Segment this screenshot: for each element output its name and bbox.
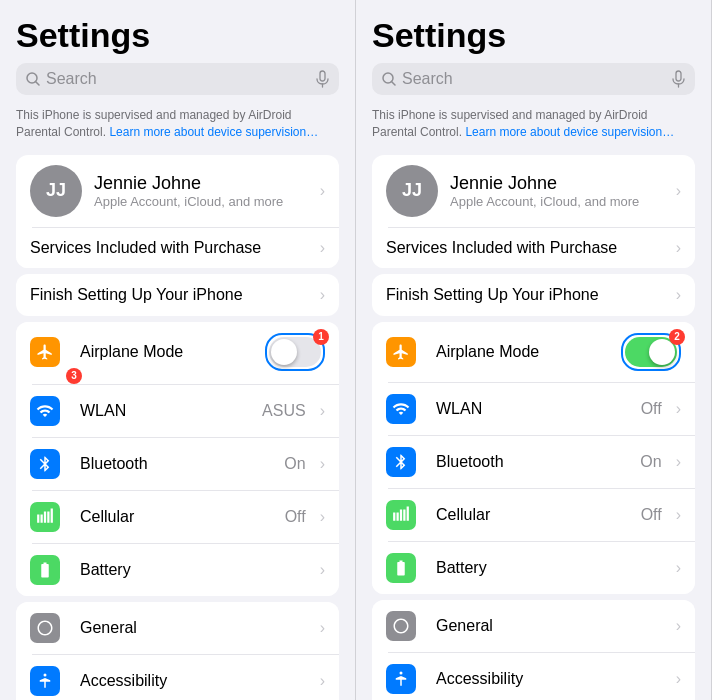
- left-general-label: General: [80, 619, 310, 637]
- right-profile-card: JJ Jennie Johne Apple Account, iCloud, a…: [372, 155, 695, 268]
- right-wlan-value: Off: [641, 400, 662, 418]
- right-services-label: Services Included with Purchase: [386, 239, 666, 257]
- left-bluetooth-chevron: ›: [320, 455, 325, 473]
- right-cellular-label: Cellular: [436, 506, 631, 524]
- right-general-chevron: ›: [676, 617, 681, 635]
- left-cellular-icon: [30, 502, 60, 532]
- right-general-list: General › Accessibility › Control Center…: [372, 600, 695, 700]
- left-wlan-label: WLAN: [80, 402, 252, 420]
- left-cellular-row[interactable]: Cellular Off ›: [16, 491, 339, 543]
- left-battery-chevron: ›: [320, 561, 325, 579]
- left-wlan-chevron: ›: [320, 402, 325, 420]
- left-supervision: This iPhone is supervised and managed by…: [0, 103, 355, 149]
- right-finish-card: Finish Setting Up Your iPhone ›: [372, 274, 695, 316]
- left-cellular-label: Cellular: [80, 508, 275, 526]
- right-airplane-row[interactable]: Airplane Mode 2: [372, 322, 695, 382]
- right-accessibility-chevron: ›: [676, 670, 681, 688]
- right-cellular-icon: [386, 500, 416, 530]
- right-profile-sub: Apple Account, iCloud, and more: [450, 194, 664, 209]
- right-search-bar[interactable]: Search: [372, 63, 695, 95]
- right-supervision: This iPhone is supervised and managed by…: [356, 103, 711, 149]
- right-battery-icon: [386, 553, 416, 583]
- left-airplane-badge-wrap: 1: [265, 333, 325, 371]
- right-finish-chevron: ›: [676, 286, 681, 304]
- right-battery-row[interactable]: Battery ›: [372, 542, 695, 594]
- left-wlan-icon: [30, 396, 60, 426]
- left-cellular-chevron: ›: [320, 508, 325, 526]
- left-general-icon: [30, 613, 60, 643]
- right-accessibility-label: Accessibility: [436, 670, 666, 688]
- left-panel: Settings Search This iPhone is supervise…: [0, 0, 356, 700]
- right-panel: Settings Search This iPhone is supervise…: [356, 0, 712, 700]
- left-avatar: JJ: [30, 165, 82, 217]
- left-wlan-row[interactable]: WLAN ASUS ›: [16, 385, 339, 437]
- right-wlan-icon: [386, 394, 416, 424]
- right-cellular-chevron: ›: [676, 506, 681, 524]
- left-finish-card: Finish Setting Up Your iPhone ›: [16, 274, 339, 316]
- left-profile-card: JJ Jennie Johne Apple Account, iCloud, a…: [16, 155, 339, 268]
- right-wlan-row[interactable]: WLAN Off ›: [372, 383, 695, 435]
- right-airplane-icon: [386, 337, 416, 367]
- left-accessibility-chevron: ›: [320, 672, 325, 690]
- left-search-icon: [26, 72, 40, 86]
- right-finish-row[interactable]: Finish Setting Up Your iPhone ›: [372, 274, 695, 316]
- left-profile-chevron: ›: [320, 182, 325, 200]
- left-bluetooth-icon: [30, 449, 60, 479]
- right-services-row[interactable]: Services Included with Purchase ›: [372, 228, 695, 268]
- left-search-placeholder: Search: [46, 70, 310, 88]
- left-profile-name: Jennie Johne: [94, 173, 308, 194]
- left-general-row[interactable]: General ›: [16, 602, 339, 654]
- right-settings-list: Airplane Mode 2 WLAN Off ›: [372, 322, 695, 594]
- svg-line-1: [36, 82, 40, 86]
- left-profile-sub: Apple Account, iCloud, and more: [94, 194, 308, 209]
- left-accessibility-row[interactable]: Accessibility ›: [16, 655, 339, 700]
- right-general-row[interactable]: General ›: [372, 600, 695, 652]
- right-finish-label: Finish Setting Up Your iPhone: [386, 286, 676, 304]
- right-mic-icon: [672, 70, 685, 88]
- right-airplane-badge-wrap: 2: [621, 333, 681, 371]
- right-profile-chevron: ›: [676, 182, 681, 200]
- left-finish-chevron: ›: [320, 286, 325, 304]
- right-profile-row[interactable]: JJ Jennie Johne Apple Account, iCloud, a…: [372, 155, 695, 227]
- left-general-chevron: ›: [320, 619, 325, 637]
- left-airplane-row[interactable]: Airplane Mode 1: [16, 322, 339, 382]
- left-cellular-value: Off: [285, 508, 306, 526]
- left-bluetooth-value: On: [284, 455, 305, 473]
- left-accessibility-icon: [30, 666, 60, 696]
- left-services-row[interactable]: Services Included with Purchase ›: [16, 228, 339, 268]
- left-finish-row[interactable]: Finish Setting Up Your iPhone ›: [16, 274, 339, 316]
- right-accessibility-icon: [386, 664, 416, 694]
- left-wlan-value: ASUS: [262, 402, 306, 420]
- svg-point-4: [44, 673, 47, 676]
- left-battery-label: Battery: [80, 561, 310, 579]
- right-bluetooth-value: On: [640, 453, 661, 471]
- right-cellular-row[interactable]: Cellular Off ›: [372, 489, 695, 541]
- left-search-bar[interactable]: Search: [16, 63, 339, 95]
- right-accessibility-row[interactable]: Accessibility ›: [372, 653, 695, 700]
- left-airplane-label: Airplane Mode: [80, 343, 255, 361]
- right-bluetooth-row[interactable]: Bluetooth On ›: [372, 436, 695, 488]
- right-bluetooth-chevron: ›: [676, 453, 681, 471]
- left-battery-row[interactable]: Battery ›: [16, 544, 339, 596]
- right-search-placeholder: Search: [402, 70, 666, 88]
- svg-rect-2: [320, 71, 325, 81]
- left-finish-label: Finish Setting Up Your iPhone: [30, 286, 320, 304]
- right-profile-name: Jennie Johne: [450, 173, 664, 194]
- left-airplane-icon: [30, 337, 60, 367]
- svg-rect-11: [676, 71, 681, 81]
- left-services-label: Services Included with Purchase: [30, 239, 310, 257]
- left-settings-list: Airplane Mode 1 3 WLAN ASUS ›: [16, 322, 339, 596]
- right-general-label: General: [436, 617, 666, 635]
- right-battery-label: Battery: [436, 559, 666, 577]
- right-title: Settings: [356, 0, 711, 63]
- left-profile-row[interactable]: JJ Jennie Johne Apple Account, iCloud, a…: [16, 155, 339, 227]
- right-airplane-label: Airplane Mode: [436, 343, 611, 361]
- right-supervision-link[interactable]: Learn more about device supervision…: [465, 125, 674, 139]
- left-general-list: General › Accessibility › Control Center…: [16, 602, 339, 700]
- left-supervision-link[interactable]: Learn more about device supervision…: [109, 125, 318, 139]
- left-bluetooth-row[interactable]: Bluetooth On ›: [16, 438, 339, 490]
- right-wlan-label: WLAN: [436, 400, 631, 418]
- right-bluetooth-label: Bluetooth: [436, 453, 630, 471]
- right-general-icon: [386, 611, 416, 641]
- left-bluetooth-label: Bluetooth: [80, 455, 274, 473]
